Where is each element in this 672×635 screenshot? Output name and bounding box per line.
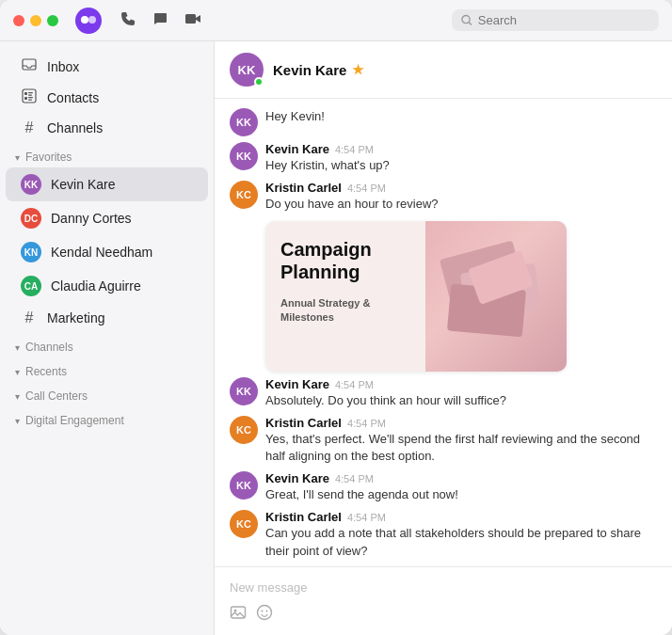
channels-section-label: Channels	[25, 341, 73, 354]
message-content: Kevin Kare 4:54 PM Great, I'll send the …	[265, 471, 657, 504]
claudia-aguirre-label: Claudia Aguirre	[51, 278, 141, 294]
close-button[interactable]	[13, 15, 24, 26]
card-preview: Campaign Planning Annual Strategy & Mile…	[265, 221, 567, 372]
message-time: 4:54 PM	[347, 512, 386, 523]
search-input[interactable]	[478, 13, 649, 27]
online-indicator	[254, 77, 264, 87]
danny-cortes-label: Danny Cortes	[51, 211, 132, 226]
message-header: Kevin Kare 4:54 PM	[265, 377, 657, 391]
favorites-header[interactable]: ▾ Favorites	[0, 143, 214, 167]
msg-avatar: KK	[230, 108, 258, 136]
msg-avatar: KK	[230, 471, 258, 500]
chat-area: KK Kevin Kare ★ KK Hey Kevin!	[215, 41, 672, 635]
sidebar-item-marketing[interactable]: # Marketing	[6, 303, 208, 333]
svg-rect-8	[24, 92, 27, 95]
chevron-recents-icon: ▾	[15, 367, 20, 377]
chevron-digital-icon: ▾	[15, 416, 20, 426]
sidebar-item-inbox[interactable]: Inbox	[6, 51, 208, 82]
minimize-button[interactable]	[30, 15, 41, 26]
message-sender: Kevin Kare	[265, 142, 329, 156]
window-controls	[13, 15, 58, 26]
svg-rect-9	[28, 92, 33, 93]
svg-point-21	[262, 611, 264, 612]
chat-header: KK Kevin Kare ★	[215, 41, 672, 99]
digital-engagement-section-header[interactable]: ▾ Digital Engagement	[0, 406, 214, 431]
sidebar: Inbox Contacts #	[0, 41, 215, 635]
avatar-kevin-kare: KK	[21, 174, 41, 195]
digital-engagement-label: Digital Engagement	[25, 414, 124, 427]
svg-rect-10	[28, 95, 32, 96]
card-image-side	[425, 221, 567, 372]
chat-header-avatar: KK	[230, 53, 264, 87]
app-window: Inbox Contacts #	[0, 0, 672, 635]
message-row: KK Kevin Kare 4:54 PM Great, I'll send t…	[230, 471, 657, 504]
input-toolbar	[230, 598, 657, 631]
sidebar-item-kendal-needham[interactable]: KN Kendal Needham	[6, 235, 208, 269]
message-content: Kevin Kare 4:54 PM Absolutely. Do you th…	[265, 377, 657, 410]
message-sender: Kristin Carlel	[265, 510, 342, 524]
contacts-icon	[21, 88, 38, 106]
message-time: 4:54 PM	[335, 379, 374, 390]
card-subtitle: Annual Strategy & Milestones	[280, 296, 410, 325]
message-content: Kristin Carlel 4:54 PM Yes, that's perfe…	[265, 416, 657, 467]
avatar-claudia-aguirre: CA	[21, 276, 41, 296]
message-header: Kristin Carlel 4:54 PM	[265, 181, 657, 195]
sidebar-item-contacts[interactable]: Contacts	[6, 82, 208, 113]
svg-rect-13	[28, 100, 32, 101]
kendal-needham-label: Kendal Needham	[51, 245, 152, 260]
svg-point-2	[88, 16, 96, 24]
phone-icon[interactable]	[120, 11, 136, 30]
svg-point-20	[258, 606, 272, 620]
message-header: Kevin Kare 4:54 PM	[265, 142, 657, 156]
new-message-input[interactable]	[230, 577, 657, 598]
message-row: KC Kristin Carlel 4:54 PM Do you have an…	[230, 181, 657, 372]
chevron-call-centers-icon: ▾	[15, 391, 20, 402]
inbox-icon	[21, 57, 38, 75]
sidebar-item-claudia-aguirre[interactable]: CA Claudia Aguirre	[6, 269, 208, 303]
message-time: 4:54 PM	[347, 183, 386, 194]
star-icon: ★	[352, 62, 364, 77]
message-sender: Kevin Kare	[265, 471, 329, 485]
message-sender: Kevin Kare	[265, 377, 329, 391]
message-text: Can you add a note that all stakeholders…	[265, 525, 657, 561]
message-content: Hey Kevin!	[265, 108, 657, 126]
messages-area[interactable]: KK Hey Kevin! KK Kevin Kare 4:54 PM Hey …	[215, 99, 672, 566]
card-image-shapes	[425, 221, 567, 372]
message-text: Great, I'll send the agenda out now!	[265, 486, 657, 504]
emoji-icon[interactable]	[256, 604, 273, 626]
chat-icon[interactable]	[152, 11, 168, 30]
message-row: KK Kevin Kare 4:54 PM Absolutely. Do you…	[230, 377, 657, 410]
channels-section-header[interactable]: ▾ Channels	[0, 333, 214, 357]
sidebar-item-channels-top[interactable]: # Channels	[6, 113, 208, 143]
msg-avatar: KK	[230, 377, 258, 405]
maximize-button[interactable]	[47, 15, 58, 26]
sidebar-item-danny-cortes[interactable]: DC Danny Cortes	[6, 201, 208, 235]
card-title: Campaign Planning	[280, 238, 410, 283]
svg-rect-7	[23, 89, 36, 103]
card-text-side: Campaign Planning Annual Strategy & Mile…	[265, 221, 425, 372]
message-content: Kristin Carlel 4:54 PM Can you add a not…	[265, 510, 657, 561]
msg-avatar: KK	[230, 142, 258, 170]
video-icon[interactable]	[184, 11, 201, 30]
svg-rect-12	[28, 97, 33, 98]
message-text: Yes, that's perfect. We'll spend the fir…	[265, 431, 657, 467]
msg-avatar: KC	[230, 416, 258, 444]
call-centers-section-label: Call Centers	[25, 389, 88, 403]
chevron-channels-icon: ▾	[15, 342, 20, 353]
call-centers-section-header[interactable]: ▾ Call Centers	[0, 382, 214, 406]
kevin-kare-label: Kevin Kare	[51, 177, 115, 192]
svg-rect-11	[24, 97, 27, 100]
chevron-down-icon: ▾	[15, 152, 20, 163]
message-row: KC Kristin Carlel 4:54 PM Yes, that's pe…	[230, 416, 657, 467]
svg-point-22	[266, 611, 268, 612]
message-header: Kristin Carlel 4:54 PM	[265, 510, 657, 524]
marketing-label: Marketing	[47, 310, 104, 325]
sidebar-item-kevin-kare[interactable]: KK Kevin Kare	[6, 167, 208, 201]
global-search[interactable]	[452, 9, 659, 31]
image-attach-icon[interactable]	[230, 604, 247, 626]
msg-avatar: KC	[230, 510, 258, 538]
input-area	[215, 566, 672, 635]
svg-point-0	[75, 8, 102, 34]
recents-section-header[interactable]: ▾ Recents	[0, 357, 214, 382]
app-logo-icon	[75, 8, 102, 34]
